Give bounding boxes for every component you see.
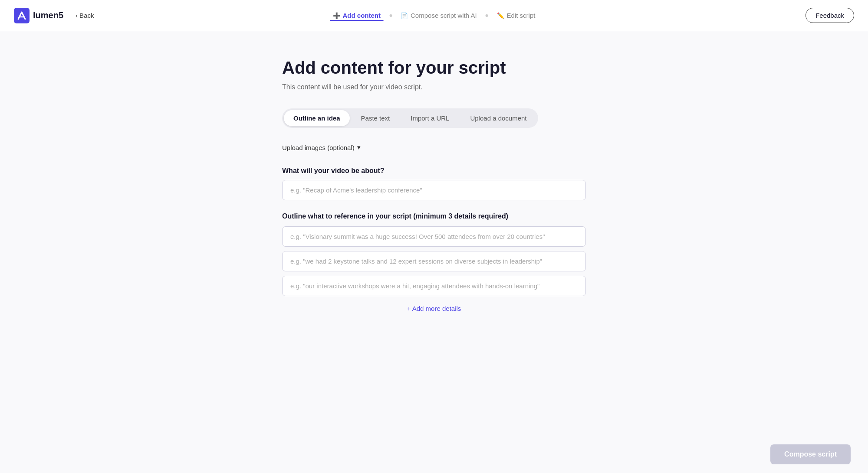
add-more-details-button[interactable]: + Add more details <box>282 300 586 317</box>
tab-upload-document[interactable]: Upload a document <box>460 110 536 126</box>
outline-input-3[interactable] <box>282 276 586 296</box>
svg-rect-0 <box>14 8 30 23</box>
back-button[interactable]: ‹ Back <box>72 10 97 21</box>
add-content-icon: ➕ <box>333 12 340 19</box>
upload-images-section: Upload images (optional) ▾ <box>282 144 586 151</box>
chevron-left-icon: ‹ <box>76 12 78 19</box>
bottom-bar: Compose script <box>753 436 868 473</box>
feedback-button[interactable]: Feedback <box>806 8 854 23</box>
compose-script-button[interactable]: Compose script <box>770 444 851 464</box>
outline-section: Outline what to reference in your script… <box>282 212 586 317</box>
chevron-down-icon: ▾ <box>357 144 361 151</box>
video-topic-label: What will your video be about? <box>282 167 586 175</box>
upload-images-toggle[interactable]: Upload images (optional) ▾ <box>282 144 361 151</box>
tab-import-url[interactable]: Import a URL <box>401 110 459 126</box>
step-compose-label: Compose script with AI <box>411 12 477 19</box>
logo-text: lumen5 <box>33 10 63 20</box>
logo[interactable]: lumen5 <box>14 8 63 23</box>
content-tab-group: Outline an idea Paste text Import a URL … <box>282 108 538 128</box>
video-topic-section: What will your video be about? <box>282 167 586 200</box>
step-compose-script[interactable]: 📄 Compose script with AI <box>398 10 480 21</box>
step-edit-label: Edit script <box>507 12 536 19</box>
upload-images-label: Upload images (optional) <box>282 144 355 151</box>
outline-input-2[interactable] <box>282 251 586 271</box>
tab-outline-idea[interactable]: Outline an idea <box>284 110 350 126</box>
main-content: Add content for your script This content… <box>265 31 603 371</box>
page-subtitle: This content will be used for your video… <box>282 83 586 91</box>
outline-label: Outline what to reference in your script… <box>282 212 586 220</box>
back-label: Back <box>79 12 94 19</box>
tab-paste-text[interactable]: Paste text <box>352 110 400 126</box>
compose-icon: 📄 <box>401 12 408 19</box>
step-separator-1 <box>389 14 392 17</box>
page-title: Add content for your script <box>282 57 586 78</box>
step-edit-script[interactable]: ✏️ Edit script <box>494 10 538 21</box>
step-separator-2 <box>486 14 488 17</box>
edit-icon: ✏️ <box>497 12 504 19</box>
video-topic-input[interactable] <box>282 180 586 200</box>
header-left: lumen5 ‹ Back <box>14 8 97 23</box>
step-add-content-label: Add content <box>343 12 381 19</box>
outline-inputs <box>282 226 586 296</box>
header: lumen5 ‹ Back ➕ Add content 📄 Compose sc… <box>0 0 868 31</box>
logo-icon <box>14 8 30 23</box>
step-add-content[interactable]: ➕ Add content <box>330 10 384 21</box>
outline-input-1[interactable] <box>282 226 586 247</box>
step-nav: ➕ Add content 📄 Compose script with AI ✏… <box>330 10 538 21</box>
